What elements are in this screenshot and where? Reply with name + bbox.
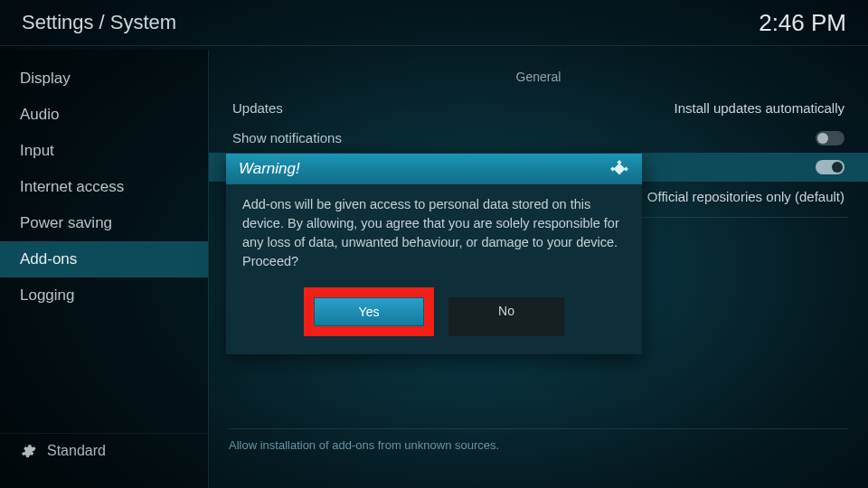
clock: 2:46 PM	[759, 9, 846, 37]
svg-rect-3	[614, 164, 626, 175]
row-value: Install updates automatically	[675, 100, 844, 116]
sidebar-item-input[interactable]: Input	[0, 133, 208, 169]
warning-dialog: Warning! Add-ons will be given access to…	[226, 154, 642, 354]
sidebar-item-audio[interactable]: Audio	[0, 97, 208, 133]
settings-level-label: Standard	[47, 443, 106, 459]
sidebar-item-internet-access[interactable]: Internet access	[0, 169, 208, 205]
dialog-actions: Yes No	[226, 287, 642, 354]
dialog-title: Warning!	[239, 160, 300, 178]
sidebar-item-power-saving[interactable]: Power saving	[0, 205, 208, 241]
dialog-title-bar: Warning!	[226, 154, 642, 184]
toggle-off-icon[interactable]	[816, 131, 844, 145]
section-title: General	[229, 64, 848, 93]
toggle-on-icon[interactable]	[816, 160, 844, 174]
row-value: Official repositories only (default)	[647, 189, 844, 204]
kodi-logo-icon	[609, 159, 629, 179]
settings-level-button[interactable]: Standard	[0, 433, 208, 468]
row-label: Updates	[232, 100, 283, 116]
row-show-notifications[interactable]: Show notifications	[229, 123, 848, 153]
yes-button[interactable]: Yes	[314, 297, 424, 326]
yes-button-highlight: Yes	[304, 287, 434, 336]
sidebar: Display Audio Input Internet access Powe…	[0, 50, 208, 488]
no-button[interactable]: No	[448, 297, 564, 336]
gear-icon	[20, 443, 36, 459]
sidebar-item-add-ons[interactable]: Add-ons	[0, 241, 208, 277]
sidebar-item-logging[interactable]: Logging	[0, 277, 208, 314]
sidebar-item-display[interactable]: Display	[0, 61, 208, 97]
row-label: Show notifications	[232, 130, 342, 145]
footnote: Allow installation of add-ons from unkno…	[229, 428, 848, 452]
breadcrumb: Settings / System	[22, 11, 176, 34]
row-updates[interactable]: Updates Install updates automatically	[229, 93, 848, 123]
dialog-body: Add-ons will be given access to personal…	[226, 184, 642, 287]
top-bar: Settings / System 2:46 PM	[0, 0, 868, 45]
